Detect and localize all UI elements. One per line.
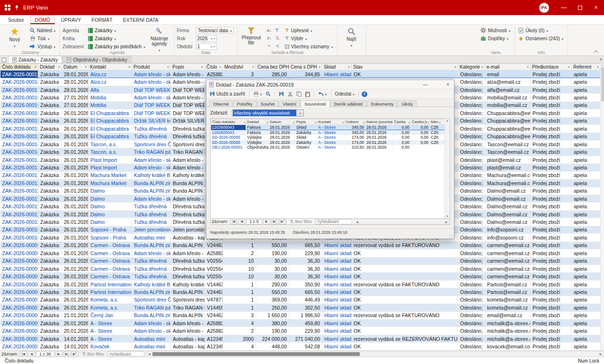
table-cell[interactable]: A - Storex <box>89 320 132 327</box>
table-cell[interactable]: Autoatlas mini <box>132 234 171 241</box>
table-cell[interactable]: Adam křeslo - sklád <box>132 94 171 101</box>
table-cell[interactable]: 229,90 <box>289 249 322 257</box>
table-cell[interactable]: 14.01.2026 <box>62 335 89 342</box>
table-cell[interactable]: Odesláno; <box>458 156 485 163</box>
table-cell[interactable]: Zakázka <box>38 148 62 156</box>
table-cell[interactable]: Diář TOP WEEK b <box>171 109 205 117</box>
dialog-save-button[interactable] <box>278 91 285 97</box>
table-cell[interactable]: Dřevěná tužka s g <box>171 218 205 226</box>
table-cell[interactable]: 26.01.2026 <box>62 195 89 203</box>
table-cell[interactable]: ZAK-2026-00007 <box>0 304 38 311</box>
table-cell[interactable]: 380,00 <box>256 320 289 327</box>
table-cell[interactable]: Sopsoni - Praha <box>89 234 132 241</box>
table-cell[interactable]: apiela <box>572 296 601 303</box>
column-header[interactable]: Množství <box>223 64 256 71</box>
table-cell[interactable]: 224 000,00 <box>256 335 289 342</box>
period-stepper[interactable]: Období 1 ▲▼ <box>177 43 234 50</box>
table-row[interactable]: 1292600043Faktura28.01.2026ZakázkyA - St… <box>211 130 446 135</box>
table-cell[interactable]: 550,00 <box>256 288 289 296</box>
table-cell[interactable]: 2000 <box>223 335 256 342</box>
table-cell[interactable]: 10 <box>223 265 256 272</box>
table-cell[interactable]: apiela <box>572 265 601 272</box>
table-cell[interactable]: 459,80 <box>289 320 322 327</box>
table-cell[interactable]: 344,85 <box>289 71 322 78</box>
table-row[interactable]: ZAK-2026-00008Zakázka26.01.2026Partost I… <box>0 280 601 288</box>
table-cell[interactable]: ZAK-2026-00011 <box>0 195 38 203</box>
table-cell[interactable]: 302,50 <box>289 304 322 311</box>
table-cell[interactable]: Prodej zboží <box>531 241 572 249</box>
table-cell[interactable]: ZAK-2026-00007 <box>0 296 38 303</box>
spinner-arrows-icon[interactable]: ▲▼ <box>211 45 215 47</box>
table-cell[interactable]: OBJ-2026-00001 <box>211 145 246 150</box>
table-cell[interactable]: apiela <box>572 280 601 288</box>
table-cell[interactable]: Dřevěná tužka s g <box>171 125 205 133</box>
first-record-button[interactable]: |◀ <box>20 351 27 356</box>
table-cell[interactable]: ZAK-2026-00017 <box>0 86 38 93</box>
table-row[interactable]: ZAK-2026-00009Zakázka26.01.2026Carmen - … <box>0 241 601 249</box>
table-cell[interactable]: Adam křeslo - sklád <box>132 320 171 327</box>
column-header[interactable]: Předkontace <box>531 64 572 71</box>
table-cell[interactable]: SD-2026-00065 <box>211 140 246 145</box>
table-cell[interactable]: Sopsoni - Praha <box>89 226 132 233</box>
table-cell[interactable]: Tužka dřevěná <box>132 273 171 280</box>
table-cell[interactable]: ZAK-2026-00009 <box>0 273 38 280</box>
table-cell[interactable]: Tascon@eemail.cz <box>485 140 531 148</box>
table-cell[interactable]: Adam křeslo - sklád <box>132 78 171 86</box>
table-row[interactable]: ZAK-2026-00005Zakázka26.01.2026A - Store… <box>0 320 601 327</box>
table-cell[interactable]: Carmen - Ostrava <box>89 257 132 265</box>
table-cell[interactable]: Odesláno; <box>458 179 485 187</box>
table-cell[interactable]: 2 <box>223 249 256 257</box>
table-cell[interactable]: Hlavní sklad <box>322 296 352 303</box>
table-cell[interactable]: email@email.cz <box>485 311 531 319</box>
table-cell[interactable]: Dřevěná tužka s g <box>171 257 205 265</box>
table-cell[interactable]: Hlavní sklad <box>322 320 352 327</box>
table-cell[interactable]: Zakázky <box>295 140 317 145</box>
table-cell[interactable]: kometa@emaiil.cz <box>485 296 531 303</box>
table-cell[interactable]: Prodej zboží <box>531 210 572 218</box>
table-cell[interactable]: Odesláno; <box>458 257 485 265</box>
table-cell[interactable]: A25882 <box>205 327 223 335</box>
table-cell[interactable]: Zakázka <box>38 86 62 93</box>
column-header[interactable]: Měn <box>430 119 441 125</box>
table-cell[interactable]: Machura@eemail.com <box>485 179 531 187</box>
table-cell[interactable]: Odesláno; <box>458 125 485 133</box>
table-cell[interactable]: Machura@eemail.com <box>485 171 531 179</box>
table-cell[interactable]: Zakázka <box>38 320 62 327</box>
table-cell[interactable]: Zakázka <box>38 171 62 179</box>
remove-sort-button[interactable]: × <box>266 42 273 49</box>
table-cell[interactable]: 26.01.2026 <box>62 320 89 327</box>
table-cell[interactable]: Prodej zboží <box>531 203 572 210</box>
new-record-nav-button[interactable]: ▶* <box>279 219 286 224</box>
table-cell[interactable]: Odesláno; <box>458 273 485 280</box>
table-cell[interactable]: Odesláno; <box>458 265 485 272</box>
table-cell[interactable]: ZAK-2026-00014 <box>0 140 38 148</box>
table-cell[interactable]: 0,00 <box>411 125 430 130</box>
filter-edit-button[interactable] <box>274 27 281 34</box>
table-cell[interactable]: Prodej zboží <box>531 117 572 124</box>
table-cell[interactable]: El Chuppacabbra <box>89 125 132 133</box>
scrollbar-thumb[interactable] <box>601 67 604 101</box>
table-cell[interactable]: plast@email.cz <box>485 164 531 171</box>
table-cell[interactable]: carmen@eemail.cz <box>485 249 531 257</box>
column-header[interactable]: Cena bez DPH <box>256 64 289 71</box>
table-cell[interactable]: apiela <box>572 71 601 78</box>
table-row[interactable]: ZAK-2026-00007Zakázka26.01.2026Kometa, a… <box>0 296 601 303</box>
table-cell[interactable]: Adam křeslo - sklád <box>132 195 171 203</box>
table-cell[interactable]: Zakázky <box>295 130 317 135</box>
table-cell[interactable]: ZAK-2026-00002 <box>0 343 38 350</box>
column-header[interactable]: Celkem <box>345 119 365 125</box>
table-row[interactable]: SD-2026-00065Výdejka28.01.2026ZakázkyA -… <box>211 140 446 145</box>
table-cell[interactable]: ZAK-2026-00015 <box>0 125 38 133</box>
column-header[interactable]: Kategorie <box>458 64 485 71</box>
table-cell[interactable]: Tascon, a.s. <box>89 148 132 156</box>
table-cell[interactable]: ZAK-2026-00015 <box>0 117 38 124</box>
vertical-scrollbar[interactable]: ▲ <box>600 63 604 350</box>
undo-button[interactable] <box>317 91 328 97</box>
table-cell[interactable]: OK <box>352 249 458 257</box>
table-cell[interactable]: Zakázka <box>38 78 62 86</box>
table-cell[interactable]: Hlavní sklad <box>322 280 352 288</box>
table-cell[interactable]: Prodej zboží <box>531 249 572 257</box>
table-cell[interactable]: Hlavní sklad <box>322 273 352 280</box>
table-cell[interactable]: Zakázka <box>38 179 62 187</box>
table-cell[interactable]: 550,00 <box>256 241 289 249</box>
